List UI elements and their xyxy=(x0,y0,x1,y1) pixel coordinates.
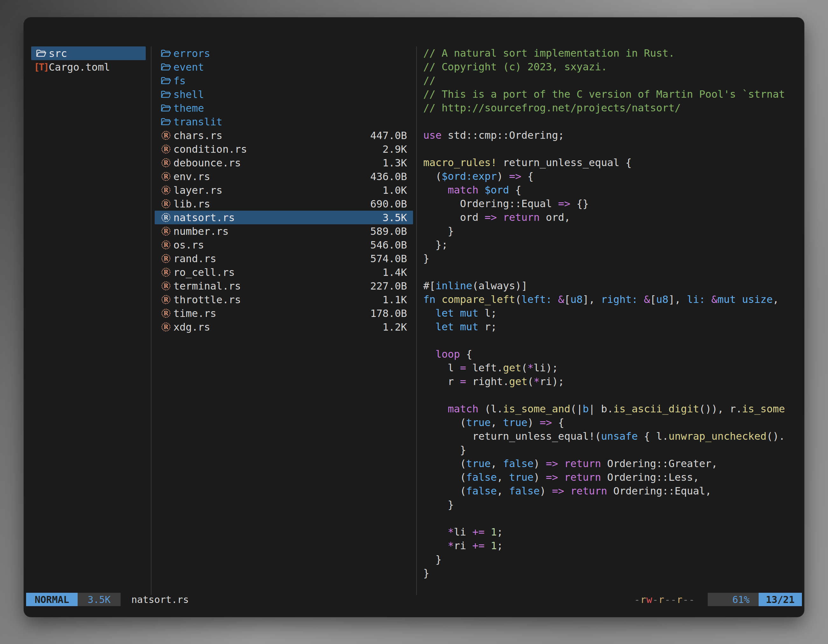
scroll-percent-badge: 61% xyxy=(708,593,759,606)
folder-row-event[interactable]: event xyxy=(155,60,413,74)
code-line: // This is a port of the C version of Ma… xyxy=(423,88,804,101)
svg-text:R: R xyxy=(163,296,168,303)
code-line: let mut r; xyxy=(423,320,804,334)
code-line: r = right.get(*ri); xyxy=(423,375,804,389)
status-bar: NORMAL 3.5K natsort.rs -rw-r--r-- 61% 13… xyxy=(24,593,804,606)
code-line: (true, true) => { xyxy=(423,416,804,429)
entry-name: ro_cell.rs xyxy=(173,266,383,278)
entry-name: Cargo.toml xyxy=(49,61,146,73)
entry-size: 574.0B xyxy=(370,253,407,265)
file-row-throttle.rs[interactable]: Rthrottle.rs1.1K xyxy=(155,293,413,306)
code-line: let mut l; xyxy=(423,306,804,320)
entry-name: xdg.rs xyxy=(173,321,383,333)
code-line: fn compare_left(left: &[u8], right: &[u8… xyxy=(423,293,804,306)
entry-name: lib.rs xyxy=(173,198,370,210)
svg-text:R: R xyxy=(163,173,168,180)
toml-file-icon: [T] xyxy=(35,61,47,73)
yazi-window: src[T]Cargo.toml errorseventfsshelltheme… xyxy=(24,17,804,617)
entry-size: 178.0B xyxy=(370,307,407,320)
code-line xyxy=(423,142,804,156)
file-row-number.rs[interactable]: Rnumber.rs589.0B xyxy=(155,224,413,238)
current-pane: errorseventfsshellthemetranslitRchars.rs… xyxy=(152,47,416,595)
code-line: (false, true) => return Ordering::Less, xyxy=(423,471,804,484)
entry-size: 1.2K xyxy=(383,321,407,333)
permissions-text: -rw-r--r-- xyxy=(634,594,695,605)
code-line: // Copyright (c) 2023, sxyazi. xyxy=(423,60,804,74)
svg-text:R: R xyxy=(163,310,168,317)
entry-name: os.rs xyxy=(173,239,370,251)
file-row-condition.rs[interactable]: Rcondition.rs2.9K xyxy=(155,142,413,156)
code-line: } xyxy=(423,224,804,238)
entry-name: shell xyxy=(173,88,407,100)
svg-text:R: R xyxy=(163,241,168,248)
open-folder-icon xyxy=(35,48,47,59)
folder-row-translit[interactable]: translit xyxy=(155,115,413,128)
code-line: l = left.get(*li); xyxy=(423,361,804,375)
folder-row-shell[interactable]: shell xyxy=(155,88,413,101)
file-row-Cargo.toml[interactable]: [T]Cargo.toml xyxy=(31,60,146,74)
open-folder-icon xyxy=(160,48,171,59)
code-line xyxy=(423,334,804,348)
file-row-debounce.rs[interactable]: Rdebounce.rs1.3K xyxy=(155,156,413,169)
entry-name: condition.rs xyxy=(173,143,383,155)
file-row-xdg.rs[interactable]: Rxdg.rs1.2K xyxy=(155,320,413,334)
svg-text:R: R xyxy=(163,160,168,166)
code-line xyxy=(423,389,804,402)
code-line: } xyxy=(423,553,804,566)
file-row-rand.rs[interactable]: Rrand.rs574.0B xyxy=(155,252,413,265)
svg-text:R: R xyxy=(163,146,168,152)
entry-size: 546.0B xyxy=(370,239,407,251)
code-line xyxy=(423,512,804,525)
code-line: } xyxy=(423,498,804,512)
rust-file-icon: R xyxy=(160,253,171,265)
file-row-time.rs[interactable]: Rtime.rs178.0B xyxy=(155,306,413,320)
svg-text:R: R xyxy=(163,282,168,289)
code-line: }; xyxy=(423,238,804,252)
code-line: ($ord:expr) => { xyxy=(423,169,804,183)
status-right: -rw-r--r-- 61% 13/21 xyxy=(634,593,802,606)
entry-name: throttle.rs xyxy=(173,294,383,306)
file-row-chars.rs[interactable]: Rchars.rs447.0B xyxy=(155,128,413,142)
rust-file-icon: R xyxy=(160,239,171,251)
code-line: } xyxy=(423,252,804,265)
entry-name: natsort.rs xyxy=(173,212,383,224)
code-line: } xyxy=(423,443,804,457)
rust-file-icon: R xyxy=(160,226,171,237)
file-row-env.rs[interactable]: Renv.rs436.0B xyxy=(155,169,413,183)
folder-row-src[interactable]: src xyxy=(31,47,146,60)
svg-text:R: R xyxy=(163,201,168,207)
status-filename: natsort.rs xyxy=(132,594,189,605)
entry-name: rand.rs xyxy=(173,253,370,265)
open-folder-icon xyxy=(160,102,171,114)
code-line: // A natural sort implementation in Rust… xyxy=(423,47,804,60)
code-line: Ordering::Equal => {} xyxy=(423,197,804,211)
folder-row-fs[interactable]: fs xyxy=(155,74,413,88)
code-line: // xyxy=(423,74,804,88)
entry-name: time.rs xyxy=(173,307,370,320)
entry-size: 1.3K xyxy=(383,157,407,169)
entry-name: env.rs xyxy=(173,171,370,183)
file-row-layer.rs[interactable]: Rlayer.rs1.0K xyxy=(155,183,413,197)
file-row-os.rs[interactable]: Ros.rs546.0B xyxy=(155,238,413,252)
open-folder-icon xyxy=(160,89,171,100)
open-folder-icon xyxy=(160,61,171,73)
rust-file-icon: R xyxy=(160,144,171,155)
entry-size: 2.9K xyxy=(383,143,407,155)
folder-row-errors[interactable]: errors xyxy=(155,47,413,60)
svg-text:R: R xyxy=(163,324,168,330)
code-line: macro_rules! return_unless_equal { xyxy=(423,156,804,169)
folder-row-theme[interactable]: theme xyxy=(155,101,413,115)
mode-badge: NORMAL xyxy=(26,593,78,606)
panes-container: src[T]Cargo.toml errorseventfsshelltheme… xyxy=(24,47,804,595)
parent-pane: src[T]Cargo.toml xyxy=(24,47,151,595)
file-row-terminal.rs[interactable]: Rterminal.rs227.0B xyxy=(155,279,413,293)
entry-size: 1.0K xyxy=(383,184,407,196)
entry-name: layer.rs xyxy=(173,184,383,196)
code-line: match $ord { xyxy=(423,183,804,197)
file-row-natsort.rs[interactable]: Rnatsort.rs3.5K xyxy=(155,211,413,224)
entry-name: errors xyxy=(173,47,407,60)
file-row-ro_cell.rs[interactable]: Rro_cell.rs1.4K xyxy=(155,265,413,279)
file-row-lib.rs[interactable]: Rlib.rs690.0B xyxy=(155,197,413,211)
entry-size: 436.0B xyxy=(370,171,407,183)
entry-name: theme xyxy=(173,102,407,114)
